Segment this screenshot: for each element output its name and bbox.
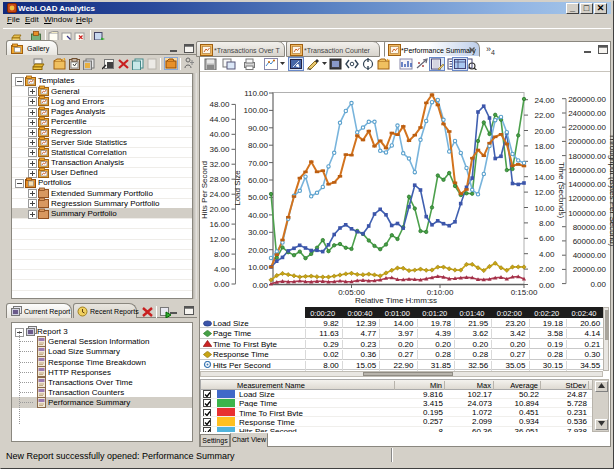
svg-text:30.00: 30.00 <box>248 228 269 237</box>
svg-text:48.00: 48.00 <box>209 100 230 109</box>
svg-text:10.00: 10.00 <box>534 204 555 213</box>
svg-text:200000.00: 200000.00 <box>568 137 606 146</box>
svg-text:180000.00: 180000.00 <box>568 152 606 161</box>
svg-text:0.00: 0.00 <box>214 280 230 289</box>
svg-text:36.00: 36.00 <box>209 145 230 154</box>
svg-text:2.00: 2.00 <box>539 265 555 274</box>
svg-text:0.00: 0.00 <box>539 281 555 290</box>
svg-text:18.00: 18.00 <box>534 142 555 151</box>
svg-text:70.00: 70.00 <box>248 159 269 168</box>
svg-text:40000.00: 40000.00 <box>573 251 607 260</box>
svg-text:Relative Time H:mm:ss: Relative Time H:mm:ss <box>355 296 437 305</box>
svg-text:60.00: 60.00 <box>248 176 269 185</box>
svg-text:140000.00: 140000.00 <box>568 180 606 189</box>
svg-text:80000.00: 80000.00 <box>573 223 607 232</box>
svg-text:Load Size: Load Size <box>233 170 242 206</box>
svg-text:8.00: 8.00 <box>214 250 230 259</box>
svg-text:6.00: 6.00 <box>539 234 555 243</box>
svg-text:32.00: 32.00 <box>209 160 230 169</box>
svg-text:90.00: 90.00 <box>248 124 269 133</box>
svg-text:Time (Seconds): Time (Seconds) <box>557 162 566 219</box>
svg-text:24.00: 24.00 <box>209 190 230 199</box>
svg-text:44.00: 44.00 <box>209 115 230 124</box>
svg-text:4.00: 4.00 <box>214 265 230 274</box>
svg-text:24.00: 24.00 <box>534 96 555 105</box>
svg-text:240000.00: 240000.00 <box>568 109 606 118</box>
svg-text:220000.00: 220000.00 <box>568 123 606 132</box>
svg-text:22.00: 22.00 <box>534 111 555 120</box>
svg-text:20.00: 20.00 <box>534 127 555 136</box>
svg-text:0:15:00: 0:15:00 <box>511 288 538 297</box>
svg-text:28.00: 28.00 <box>209 175 230 184</box>
svg-text:Throughput (Bytes Per Second): Throughput (Bytes Per Second) <box>608 134 613 247</box>
svg-text:40.00: 40.00 <box>209 130 230 139</box>
svg-text:12.00: 12.00 <box>209 235 230 244</box>
svg-text:20000.00: 20000.00 <box>573 265 607 274</box>
svg-text:50.00: 50.00 <box>248 193 269 202</box>
svg-text:Hits Per Second: Hits Per Second <box>200 161 209 219</box>
svg-text:16.00: 16.00 <box>209 220 230 229</box>
svg-text:16.00: 16.00 <box>534 157 555 166</box>
svg-text:14.00: 14.00 <box>534 173 555 182</box>
svg-text:100000.00: 100000.00 <box>568 209 606 218</box>
svg-text:260000.00: 260000.00 <box>568 95 606 104</box>
svg-text:100.00: 100.00 <box>244 106 269 115</box>
svg-text:10.00: 10.00 <box>248 263 269 272</box>
svg-text:110.00: 110.00 <box>244 89 268 98</box>
svg-text:20.00: 20.00 <box>248 246 269 255</box>
svg-text:8.00: 8.00 <box>539 219 555 228</box>
svg-text:0.00: 0.00 <box>252 281 268 290</box>
svg-text:12.00: 12.00 <box>534 188 555 197</box>
svg-text:0.00: 0.00 <box>590 280 606 289</box>
svg-text:20.00: 20.00 <box>209 205 230 214</box>
svg-text:40.00: 40.00 <box>248 211 269 220</box>
svg-text:4.00: 4.00 <box>539 250 555 259</box>
svg-text:60000.00: 60000.00 <box>573 237 607 246</box>
svg-text:160000.00: 160000.00 <box>568 166 606 175</box>
svg-text:120000.00: 120000.00 <box>568 194 606 203</box>
svg-text:80.00: 80.00 <box>248 141 269 150</box>
